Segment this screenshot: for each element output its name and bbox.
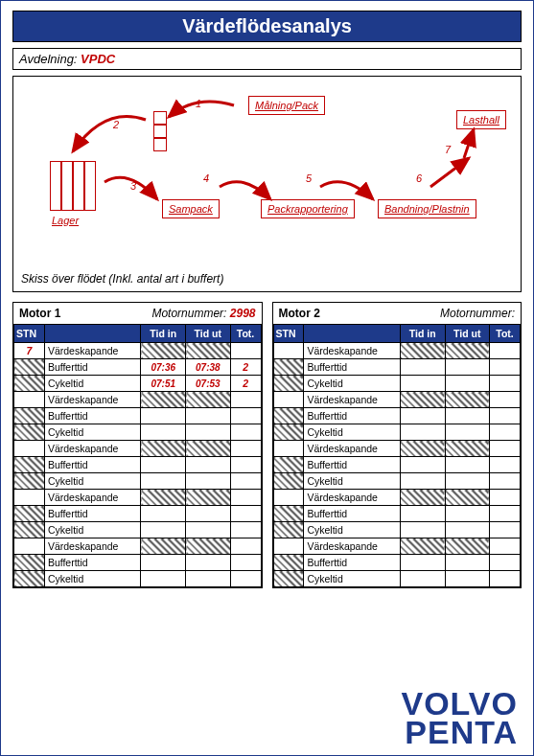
cell-tin: [400, 538, 445, 555]
table-row: Värdeskapande: [273, 441, 521, 457]
cell-tut: [186, 457, 231, 473]
flow-node-packrapp: Packrapportering: [261, 199, 355, 218]
motor2-header: Motor 2 Motornummer:: [273, 303, 522, 324]
cell-label: Värdeskapande: [304, 538, 401, 555]
table-row: Bufferttid: [273, 408, 521, 424]
table-row: Värdeskapande: [273, 538, 521, 555]
cell-tut: [445, 392, 490, 408]
col-stn: STN: [273, 325, 304, 343]
cell-tin: [400, 392, 445, 408]
flow-lager-label: Lager: [52, 215, 79, 226]
cell-tot: [490, 392, 521, 408]
cell-label: Värdeskapande: [304, 343, 401, 359]
table-row: Bufferttid: [273, 457, 521, 473]
cell-stn: [273, 408, 304, 424]
cell-tut: 07:53: [186, 376, 231, 392]
arrow-num-3: 3: [130, 180, 136, 192]
cell-tut: [445, 490, 490, 506]
cell-label: Bufferttid: [44, 457, 141, 473]
cell-label: Värdeskapande: [304, 392, 401, 408]
cell-label: Cykeltid: [44, 571, 141, 587]
cell-tot: [490, 359, 521, 376]
arrow-num-6: 6: [416, 172, 422, 184]
cell-tin: [400, 473, 445, 490]
cell-tin: [141, 408, 186, 424]
table-row: Bufferttid: [14, 408, 262, 424]
cell-tot: 2: [230, 359, 261, 376]
cell-tot: [230, 408, 261, 424]
cell-tot: [490, 376, 521, 392]
cell-label: Bufferttid: [304, 359, 401, 376]
cell-stn: [14, 441, 45, 457]
cell-tin: [400, 457, 445, 473]
col-tin: Tid in: [400, 325, 445, 343]
col-tut: Tid ut: [186, 325, 231, 343]
cell-tot: [230, 457, 261, 473]
cell-tin: [141, 343, 186, 359]
cell-stn: [273, 555, 304, 571]
cell-tut: [186, 441, 231, 457]
table-row: Cykeltid07:5107:532: [14, 376, 262, 392]
cell-tot: [230, 441, 261, 457]
table-row: Bufferttid: [273, 359, 521, 376]
logo-line2: PENTA: [402, 718, 519, 747]
cell-tin: 07:36: [141, 359, 186, 376]
cell-tin: [141, 490, 186, 506]
cell-tut: [186, 522, 231, 538]
cell-stn: [273, 376, 304, 392]
cell-tut: [186, 392, 231, 408]
cell-stn: [273, 538, 304, 555]
cell-stn: [273, 522, 304, 538]
cell-tin: [400, 343, 445, 359]
cell-tin: [400, 571, 445, 587]
cell-tut: [445, 555, 490, 571]
sketch-caption: Skiss över flödet (Inkl. antal art i buf…: [21, 272, 223, 286]
cell-tut: [186, 538, 231, 555]
cell-tin: [141, 473, 186, 490]
flow-node-bandning: Bandning/Plastnin: [378, 199, 476, 218]
cell-tot: [490, 555, 521, 571]
col-tut: Tid ut: [445, 325, 490, 343]
cell-tot: [490, 571, 521, 587]
cell-label: Cykeltid: [44, 522, 141, 538]
cell-label: Cykeltid: [44, 424, 141, 441]
cell-tut: 07:38: [186, 359, 231, 376]
col-tot: Tot.: [490, 325, 521, 343]
cell-label: Bufferttid: [304, 457, 401, 473]
table-row: Cykeltid: [14, 522, 262, 538]
table-row: Bufferttid: [14, 555, 262, 571]
table-row: Cykeltid: [14, 571, 262, 587]
table-row: 7Värdeskapande: [14, 343, 262, 359]
cell-stn: [273, 506, 304, 522]
cell-label: Bufferttid: [304, 408, 401, 424]
motor1-mn-value: 2998: [230, 307, 256, 320]
cell-tot: [230, 506, 261, 522]
cell-tin: [141, 555, 186, 571]
cell-stn: [273, 473, 304, 490]
cell-tut: [186, 571, 231, 587]
arrow-num-2: 2: [113, 119, 119, 130]
cell-tot: [490, 506, 521, 522]
cell-tut: [186, 555, 231, 571]
table-row: Bufferttid: [273, 506, 521, 522]
cell-tot: [490, 538, 521, 555]
motor1-header: Motor 1 Motornummer: 2998: [13, 303, 262, 324]
cell-tot: [230, 555, 261, 571]
cell-label: Bufferttid: [44, 408, 141, 424]
cell-label: Cykeltid: [304, 571, 401, 587]
table-row: Cykeltid: [273, 376, 521, 392]
cell-label: Cykeltid: [304, 522, 401, 538]
cell-tot: [230, 571, 261, 587]
table-row: Cykeltid: [14, 424, 262, 441]
cell-tot: [230, 424, 261, 441]
cell-tot: [490, 408, 521, 424]
cell-tut: [445, 408, 490, 424]
table-row: Bufferttid: [14, 506, 262, 522]
cell-label: Värdeskapande: [304, 441, 401, 457]
cell-tin: [141, 571, 186, 587]
cell-tin: [141, 506, 186, 522]
cell-tot: [490, 473, 521, 490]
cell-tut: [445, 506, 490, 522]
cell-tin: [400, 506, 445, 522]
cell-label: Bufferttid: [304, 555, 401, 571]
